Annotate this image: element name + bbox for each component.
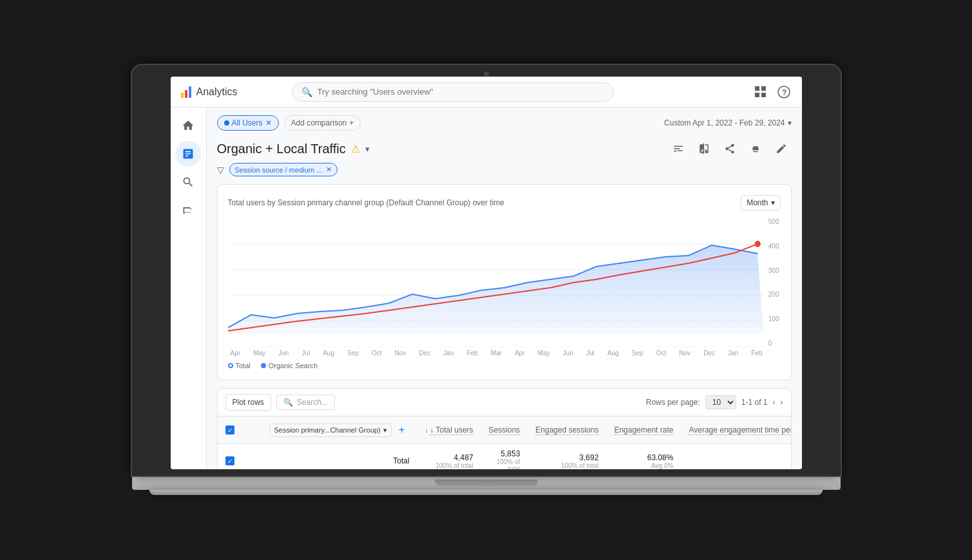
add-comparison-button[interactable]: Add comparison + [284,115,361,131]
filter-icon: ▽ [217,165,224,175]
table-toolbar: Plot rows 🔍 Search... Rows per page: 102… [218,389,791,416]
share-button[interactable] [719,138,740,159]
chart-title: Total users by Session primary channel g… [228,198,505,207]
time-period-select[interactable]: Month ▾ [741,195,780,210]
total-row-engagement-rate: 63.08% Avg 0% [606,444,681,470]
chart-container: 500 400 300 200 100 0 [228,218,781,347]
main-content: All Users ✕ Add comparison + Custom Apr … [207,107,802,469]
legend-total: Total [228,362,251,369]
rank-col-header [242,416,262,444]
chevron-down-icon: ▾ [771,198,775,207]
rows-per-page-select[interactable]: 102550 [705,395,736,409]
sidebar [171,107,207,469]
search-input[interactable] [318,87,604,97]
sidebar-item-reports[interactable] [175,141,201,167]
grid-icon[interactable] [753,84,768,100]
date-range[interactable]: Custom Apr 1, 2022 - Feb 29, 2024 ▾ [664,118,791,127]
total-row-sessions: 5,853 100% of total [481,444,528,470]
total-row-checkbox[interactable]: ✓ [225,456,234,465]
table-total-row: ✓ Total 4,487 100% of total [218,444,792,470]
app-title: Analytics [196,86,238,98]
filter-bar: ▽ Session source / medium ... ✕ [217,163,792,176]
select-all-checkbox[interactable]: ✓ [225,425,234,434]
compare-button[interactable] [694,138,714,159]
all-users-button[interactable]: All Users ✕ [217,115,279,131]
svg-text:?: ? [782,88,786,97]
avg-engagement-time-col-header[interactable]: Average engagement time per session [681,416,791,444]
svg-point-12 [754,241,760,247]
chart-svg [228,218,781,347]
table-section: Plot rows 🔍 Search... Rows per page: 102… [217,388,792,469]
header-actions: ? [753,84,792,100]
plot-rows-button[interactable]: Plot rows [225,394,271,411]
title-dropdown[interactable]: ▾ [365,144,370,154]
logo-area: Analytics [181,86,284,98]
next-page-button[interactable]: › [781,398,783,407]
sidebar-item-home[interactable] [175,113,201,138]
total-row-engaged-sessions: 3,692 100% of total [528,444,606,470]
svg-rect-0 [755,86,759,91]
search-placeholder: Search... [297,398,328,407]
svg-rect-1 [761,86,766,91]
y-axis-labels: 500 400 300 200 100 0 [768,218,781,347]
chevron-down-icon: ▾ [788,118,792,127]
page-title: Organic + Local Traffic [217,142,346,156]
total-row-dimension: Total [262,444,417,470]
customize-report-button[interactable] [668,138,689,159]
engagement-rate-col-header[interactable]: Engagement rate [606,416,681,444]
engaged-sessions-col-header[interactable]: Engaged sessions [528,416,606,444]
prev-page-button[interactable]: ‹ [773,398,776,407]
comparison-bar: All Users ✕ Add comparison + Custom Apr … [217,115,792,131]
chevron-down-icon: ▾ [383,426,387,434]
svg-rect-3 [761,93,766,97]
rows-per-page-control: Rows per page: 102550 1-1 of 1 ‹ › [646,395,783,409]
total-row-rank [242,444,262,470]
warning-icon: ⚠ [351,143,360,155]
total-row-avg-engagement-time: 49s Avg 0% [681,444,791,470]
dimension-dropdown[interactable]: Session primary...Channel Group) ▾ [269,424,391,437]
search-area: 🔍 [292,82,614,102]
report-header: Organic + Local Traffic ⚠ ▾ [217,138,792,159]
chart-section: Total users by Session primary channel g… [217,184,792,380]
pagination-info: 1-1 of 1 [741,398,768,407]
close-icon: ✕ [265,118,272,127]
plus-icon: + [349,118,354,127]
legend-total-label: Total [236,362,251,369]
help-icon[interactable]: ? [776,84,792,100]
search-icon: 🔍 [301,87,312,97]
filter-chip[interactable]: Session source / medium ... ✕ [229,163,338,176]
edit-button[interactable] [771,138,792,159]
sidebar-item-advertising[interactable] [175,198,201,223]
table-search-box[interactable]: 🔍 Search... [276,395,335,410]
add-metric-button[interactable]: + [394,422,410,438]
total-row-total-users: 4,487 100% of total [417,444,481,470]
chevron-down-icon: ▾ [365,144,370,154]
data-table: ✓ Session primary...Channel Group) ▾ [218,416,792,469]
x-axis-labels: AprMayJunJulAugSepOctNovDecJanFebMarAprM… [228,350,781,357]
svg-rect-2 [755,93,759,97]
total-users-col-header[interactable]: ↓ ↓ Total users [417,416,481,444]
logo-icon [181,86,191,98]
legend-organic-label: Organic Search [269,362,318,369]
search-icon: 🔍 [283,398,293,407]
legend-organic-search: Organic Search [261,362,318,369]
close-icon[interactable]: ✕ [326,165,332,174]
sessions-col-header[interactable]: Sessions [481,416,528,444]
sidebar-item-explore[interactable] [175,169,201,195]
insights-button[interactable] [745,138,766,159]
chart-legend: Total Organic Search [228,362,781,369]
